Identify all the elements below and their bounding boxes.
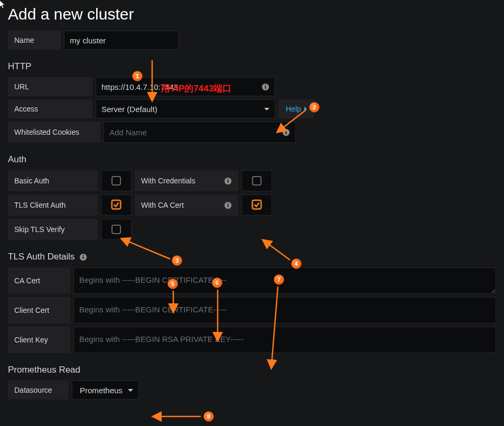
svg-point-2 <box>265 85 266 86</box>
datasource-label: Datasource <box>8 381 69 400</box>
client-cert-textarea[interactable] <box>73 297 496 323</box>
with-credentials-label: With Credentials <box>135 170 238 191</box>
svg-rect-15 <box>253 200 262 209</box>
svg-rect-13 <box>227 205 228 207</box>
annotation-badge-3: 3 <box>172 255 182 266</box>
svg-rect-4 <box>285 132 286 134</box>
with-ca-cert-label: With CA Cert <box>135 195 238 216</box>
svg-point-14 <box>227 203 228 204</box>
tls-client-auth-checkbox[interactable] <box>101 195 132 216</box>
annotation-badge-6: 6 <box>212 277 222 288</box>
basic-auth-checkbox[interactable] <box>101 170 132 191</box>
tls-details-heading: TLS Auth Details <box>8 252 496 262</box>
http-heading: HTTP <box>8 61 496 72</box>
with-ca-cert-text: With CA Cert <box>141 201 184 209</box>
annotation-badge-2: 2 <box>309 102 320 113</box>
datasource-select[interactable]: Prometheus <box>72 381 139 400</box>
access-value: Server (Default) <box>101 105 260 114</box>
svg-rect-1 <box>265 86 266 89</box>
svg-rect-11 <box>112 200 121 209</box>
prometheus-heading: Prometheus Read <box>8 365 496 375</box>
annotation-arrow-8 <box>153 412 204 422</box>
tls-heading-text: TLS Auth Details <box>8 252 75 262</box>
with-credentials-checkbox[interactable] <box>241 170 272 191</box>
with-credentials-text: With Credentials <box>141 177 195 185</box>
auth-heading: Auth <box>8 154 496 165</box>
info-icon <box>282 128 290 136</box>
svg-point-9 <box>227 179 228 180</box>
annotation-badge-1: 1 <box>132 71 143 81</box>
url-label: URL <box>8 77 92 96</box>
tls-client-auth-label: TLS Client Auth <box>8 195 98 216</box>
client-key-textarea[interactable] <box>73 327 496 353</box>
cookies-label: Whitelisted Cookies <box>8 122 100 143</box>
access-label: Access <box>8 99 92 118</box>
with-ca-cert-checkbox[interactable] <box>241 195 272 216</box>
svg-rect-8 <box>227 180 228 183</box>
ca-cert-textarea[interactable] <box>73 267 496 294</box>
annotation-badge-8: 8 <box>203 411 214 422</box>
client-cert-label: Client Cert <box>8 297 70 323</box>
skip-tls-verify-label: Skip TLS Verify <box>8 219 98 240</box>
access-select[interactable]: Server (Default) <box>96 99 275 118</box>
info-icon <box>261 82 269 91</box>
skip-tls-verify-checkbox[interactable] <box>101 219 132 240</box>
ca-cert-label: CA Cert <box>8 267 70 294</box>
annotation-text: 用VIP的7443端口 <box>161 82 231 95</box>
info-icon <box>223 177 232 185</box>
info-icon <box>223 201 232 209</box>
svg-point-19 <box>83 255 84 256</box>
basic-auth-label: Basic Auth <box>8 170 98 191</box>
name-label: Name <box>8 31 61 50</box>
annotation-badge-4: 4 <box>291 258 302 269</box>
annotation-badge-5: 5 <box>167 279 178 289</box>
svg-rect-18 <box>83 256 84 259</box>
chevron-right-icon <box>304 107 307 111</box>
mouse-cursor-icon <box>0 0 7 13</box>
page-title: Add a new cluster <box>8 5 496 23</box>
client-key-label: Client Key <box>8 327 70 353</box>
info-icon <box>79 253 88 261</box>
help-label: Help <box>286 105 301 113</box>
annotation-badge-7: 7 <box>274 274 284 285</box>
name-input[interactable] <box>64 31 179 50</box>
chevron-down-icon <box>264 108 269 110</box>
svg-point-5 <box>285 130 286 131</box>
cookies-input[interactable] <box>104 122 279 142</box>
